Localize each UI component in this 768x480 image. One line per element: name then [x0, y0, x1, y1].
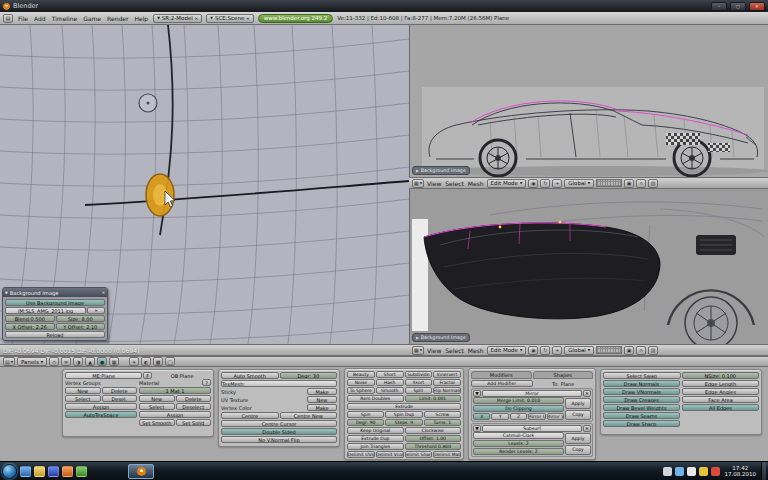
viewport-front-header[interactable]: ▦▼ ViewSelectMesh Edit Mode▼ ◉ ↻ + Globa… [409, 344, 768, 356]
viewport-shading-icon[interactable]: ◉ [528, 179, 538, 188]
mesh-tool-button[interactable]: Flip Normals [433, 387, 461, 394]
mirror-axis-toggle[interactable]: X [473, 413, 490, 420]
tray-show-hidden-icons-icon[interactable] [663, 467, 672, 476]
subcontext-texture-icon[interactable]: ▩ [153, 357, 163, 366]
mesh-tool-button[interactable]: Split [405, 387, 433, 394]
spin-setting-field[interactable]: Turns: 1 [424, 419, 461, 426]
blend-slider[interactable]: Blend:0.500 [5, 315, 55, 322]
viewport-menu-item[interactable]: Select [444, 347, 465, 354]
draw-option-toggle[interactable]: Draw Sharp [603, 420, 680, 427]
spin-option-toggle[interactable]: Keep Original [347, 427, 404, 434]
mode-dropdown[interactable]: Edit Mode▼ [487, 179, 527, 188]
menubar-item[interactable]: Help [133, 15, 149, 22]
orientation-dropdown[interactable]: Global▼ [564, 179, 594, 188]
fake-user-button[interactable]: F [143, 372, 152, 379]
merge-limit-field[interactable]: Merge Limit: 0.010 [473, 397, 564, 404]
limit-field[interactable]: Limit: 0.001 [405, 395, 462, 402]
translate-manipulator-icon[interactable]: + [552, 346, 562, 355]
panel-tab[interactable]: Modifiers [471, 371, 532, 379]
menubar-item[interactable]: Game [82, 15, 102, 22]
background-image-collapsed-panel[interactable]: ▶ Background Image [412, 166, 470, 175]
subsurf-type-dropdown[interactable]: Catmull-Clark [473, 432, 564, 439]
rotation-manipulator-icon[interactable]: ↻ [540, 179, 550, 188]
auto-smooth-degrees-field[interactable]: Degr: 30 [280, 372, 338, 379]
delimit-toggle[interactable]: Delimit Sharp [405, 451, 433, 458]
delete-modifier-icon[interactable]: ✕ [583, 390, 591, 397]
spin-setting-field[interactable]: Degr: 90 [347, 419, 384, 426]
maximize-button[interactable]: ▢ [730, 2, 746, 11]
copy-modifier-button[interactable]: Copy [565, 445, 591, 456]
context-editing-icon[interactable]: ● [97, 357, 107, 366]
mesh-tool-button[interactable]: Subdivide [405, 371, 433, 378]
modifier-name-field[interactable]: Subsurf [482, 425, 582, 432]
set-solid-button[interactable]: Set Solid [176, 419, 212, 426]
subcontext-world-icon[interactable]: ◯ [165, 357, 175, 366]
draw-option-toggle[interactable]: Draw Bevel Weights [603, 404, 680, 411]
y-offset-field[interactable]: Y Offset: 2.10 [56, 323, 106, 330]
spin-setting-field[interactable]: Steps: 9 [385, 419, 422, 426]
layers-grid[interactable] [596, 179, 622, 187]
size-field[interactable]: Size: 8.00 [56, 315, 106, 322]
subcontext-lamp-icon[interactable]: ☀ [129, 357, 139, 366]
material-button[interactable]: Select [139, 403, 175, 410]
viewport-shading-icon[interactable]: ◉ [528, 346, 538, 355]
no-vnormal-flip-toggle[interactable]: No V.Normal Flip [221, 436, 337, 443]
modifier-name-field[interactable]: Mirror [482, 390, 582, 397]
viewport-menu-item[interactable]: Mesh [467, 347, 485, 354]
snap-magnet-icon[interactable]: ∩ [636, 346, 646, 355]
render-preview-icon[interactable]: ▧ [648, 346, 658, 355]
background-image-panel-header[interactable]: ▼ Background Image ✕ [3, 288, 107, 297]
close-button[interactable]: ✕ [749, 2, 765, 11]
editor-type-icon[interactable]: ▦▼ [412, 346, 424, 355]
start-button[interactable] [2, 464, 17, 479]
blender-taskbar-button[interactable] [128, 464, 154, 479]
autotexspace-toggle[interactable]: AutoTexSpace [65, 411, 137, 418]
centre-button[interactable]: Centre [221, 412, 279, 419]
new-uv-texture-button[interactable]: New [307, 396, 337, 403]
x-offset-field[interactable]: X Offset: 2.26 [5, 323, 55, 330]
minimize-button[interactable]: – [711, 2, 727, 11]
viewport-3d-main[interactable]: ▼ Background Image ✕ Use Background Imag… [0, 25, 409, 344]
mesh-datablock-field[interactable]: ME:Plane [65, 372, 142, 379]
mesh-tool-button[interactable]: To Sphere [347, 387, 375, 394]
draw-option-toggle[interactable]: Draw Creases [603, 396, 680, 403]
close-panel-icon[interactable]: ✕ [102, 290, 105, 295]
do-clipping-toggle[interactable]: Do Clipping [473, 405, 564, 412]
lock-icon[interactable]: ▣ [624, 346, 634, 355]
menubar-item[interactable]: Render [106, 15, 129, 22]
mesh-tool-button[interactable]: Hash [376, 379, 404, 386]
spin-option-toggle[interactable]: Clockwise [405, 427, 462, 434]
menubar-item[interactable]: File [17, 15, 29, 22]
centre-cursor-button[interactable]: Centre Cursor [221, 420, 337, 427]
measure-option-toggle[interactable]: Edge Length [682, 380, 759, 387]
draw-option-toggle[interactable]: Draw Normals [603, 380, 680, 387]
select-swap-button[interactable]: Select Swap [603, 372, 681, 379]
viewport-side-header[interactable]: ▦▼ ViewSelectMesh Edit Mode▼ ◉ ↻ + Globa… [409, 177, 768, 189]
make-sticky-button[interactable]: Make [307, 388, 337, 395]
join-triangles-toggle[interactable]: Join Triangles [347, 443, 404, 450]
quick-launch-explorer-icon[interactable] [34, 466, 45, 477]
apply-modifier-button[interactable]: Apply [565, 433, 591, 444]
viewport-menu-item[interactable]: View [426, 347, 442, 354]
tray-action-center-icon[interactable] [699, 467, 708, 476]
quick-launch-firefox-icon[interactable] [62, 466, 73, 477]
spin-tool-button[interactable]: Spin [347, 411, 384, 418]
expand-icon[interactable]: ▶ [416, 336, 419, 340]
render-levels-field[interactable]: Render Levels: 2 [473, 448, 564, 455]
material-index-field[interactable]: 1 Mat 1 [139, 387, 211, 394]
vgroup-button[interactable]: Select [65, 395, 101, 402]
subcontext-material-icon[interactable]: ◐ [141, 357, 151, 366]
double-sided-toggle[interactable]: Double Sided [221, 428, 337, 435]
vgroup-button[interactable]: Delete [102, 387, 138, 394]
taskbar-clock[interactable]: 17:42 17.08.2010 [725, 465, 757, 478]
collapse-modifier-icon[interactable]: ▼ [473, 425, 481, 432]
vgroup-assign-button[interactable]: Assign [65, 403, 137, 410]
screen-selector[interactable]: ▼ SR:2-Model ✕ [153, 14, 202, 23]
spin-tool-button[interactable]: Spin Dup [385, 411, 422, 418]
editor-type-icon[interactable]: ▦▼ [412, 179, 424, 188]
all-edges-toggle[interactable]: All Edges [682, 404, 759, 411]
render-preview-icon[interactable]: ▧ [648, 179, 658, 188]
mirror-axis-toggle[interactable]: Z [510, 413, 527, 420]
nsize-field[interactable]: NSize: 0.100 [682, 372, 760, 379]
mirror-axis-toggle[interactable]: Y [491, 413, 508, 420]
